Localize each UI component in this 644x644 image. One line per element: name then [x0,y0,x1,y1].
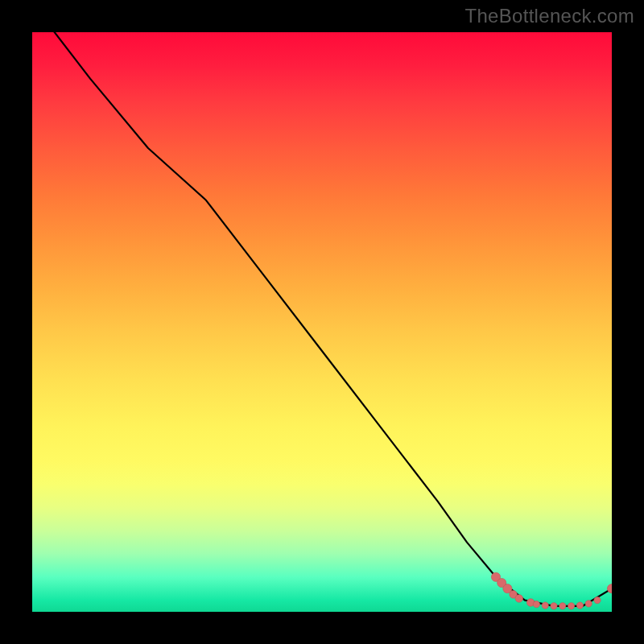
chart-svg [32,32,612,612]
marker-point [491,572,500,581]
marker-point [551,603,557,609]
marker-point [559,603,566,609]
marker-point [503,584,512,593]
marker-point [585,601,592,607]
marker-point [542,602,548,609]
marker-point [607,584,612,593]
marker-point [533,601,539,607]
marker-point [510,591,518,599]
marker-point [594,597,601,603]
marker-group [491,572,612,609]
marker-point [568,603,574,609]
marker-point [526,599,535,607]
marker-point [497,578,506,587]
chart-frame: TheBottleneck.com [0,0,644,644]
watermark-text: TheBottleneck.com [464,5,634,27]
bottleneck-line [32,32,612,606]
marker-point [576,602,583,609]
plot-area [32,32,612,612]
marker-point [515,595,523,603]
